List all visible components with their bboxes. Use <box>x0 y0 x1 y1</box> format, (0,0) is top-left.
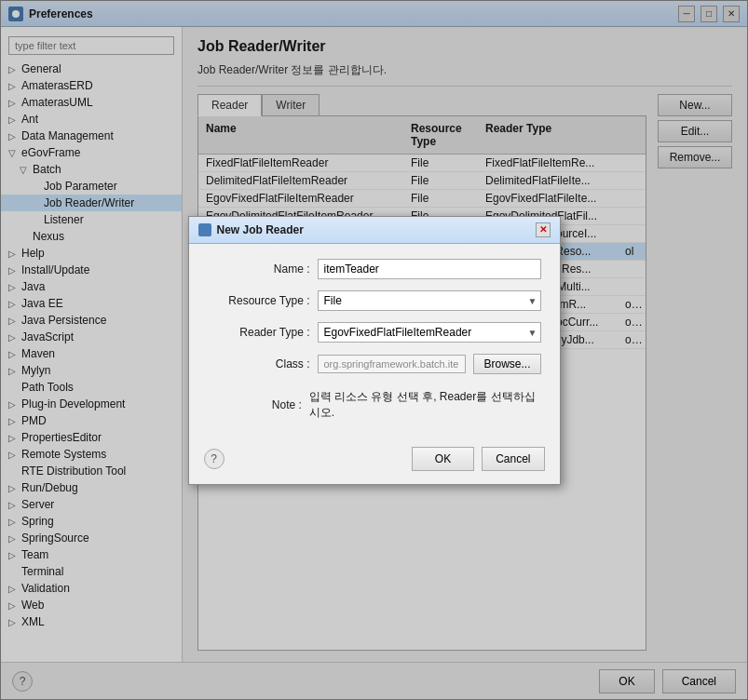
modal-action-buttons: OK Cancel <box>412 447 545 471</box>
modal-overlay: New Job Reader ✕ Name : Resource Type : … <box>0 0 748 700</box>
modal-icon <box>198 223 211 236</box>
modal-titlebar: New Job Reader ✕ <box>189 217 560 244</box>
resource-type-label: Resource Type : <box>208 294 310 307</box>
main-window: Preferences ─ □ ✕ ▷General▷AmaterasERD▷A… <box>0 0 748 700</box>
reader-type-label: Reader Type : <box>208 326 310 339</box>
name-input[interactable] <box>318 259 541 279</box>
name-row: Name : <box>208 259 541 279</box>
class-input <box>318 355 467 373</box>
modal-ok-button[interactable]: OK <box>412 447 474 471</box>
modal-title: New Job Reader <box>217 223 530 236</box>
modal-close-button[interactable]: ✕ <box>536 222 551 237</box>
resource-type-row: Resource Type : File DB ▼ <box>208 290 541 311</box>
resource-type-select-wrap: File DB ▼ <box>318 290 541 311</box>
class-row: Class : Browse... <box>208 354 541 374</box>
modal-bottom: ? OK Cancel <box>189 439 560 484</box>
note-row: Note : 입력 리소스 유형 선택 후, Reader를 선택하십시오. <box>208 385 541 424</box>
resource-type-select[interactable]: File DB <box>318 290 541 311</box>
reader-type-select-wrap: EgovFixedFlatFileItemReader FixedFlatFil… <box>318 322 541 343</box>
note-label: Note : <box>208 398 302 411</box>
class-label: Class : <box>208 357 310 370</box>
new-job-reader-modal: New Job Reader ✕ Name : Resource Type : … <box>188 216 561 485</box>
note-text: 입력 리소스 유형 선택 후, Reader를 선택하십시오. <box>309 385 541 424</box>
name-label: Name : <box>208 262 310 276</box>
modal-body: Name : Resource Type : File DB ▼ <box>189 244 560 439</box>
modal-cancel-button[interactable]: Cancel <box>482 447 544 471</box>
browse-button[interactable]: Browse... <box>473 354 540 374</box>
reader-type-select[interactable]: EgovFixedFlatFileItemReader FixedFlatFil… <box>318 322 541 343</box>
modal-help-button[interactable]: ? <box>204 449 224 469</box>
reader-type-row: Reader Type : EgovFixedFlatFileItemReade… <box>208 322 541 343</box>
